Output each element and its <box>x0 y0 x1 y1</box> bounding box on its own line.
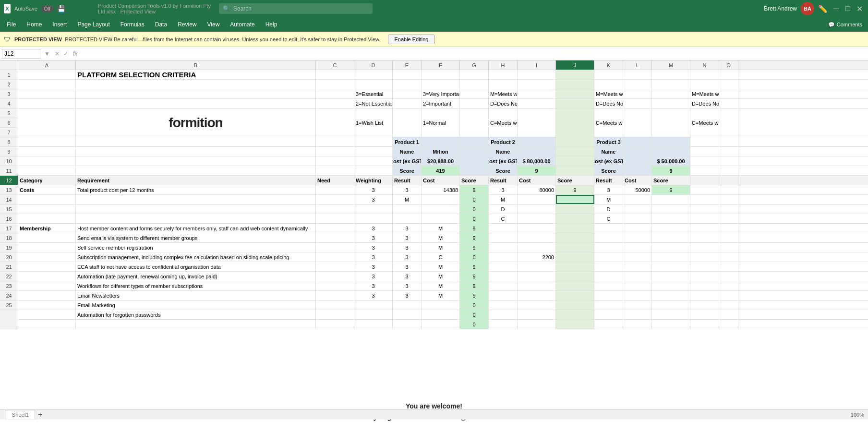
cell-F12[interactable] <box>422 195 460 204</box>
cell-G5[interactable] <box>460 108 489 137</box>
cell-L12[interactable] <box>623 195 652 204</box>
cell-J19[interactable] <box>556 262 594 271</box>
cell-K16[interactable] <box>594 233 623 242</box>
cell-F23[interactable] <box>422 300 460 310</box>
cell-L18[interactable] <box>623 252 652 262</box>
cell-G24[interactable]: 0 <box>460 310 489 319</box>
cell-O5[interactable] <box>719 108 738 137</box>
cell-E2[interactable] <box>393 80 422 89</box>
cell-C17[interactable] <box>316 243 354 252</box>
row-num-17[interactable]: 17 <box>0 224 18 233</box>
cell-H19[interactable] <box>489 262 518 271</box>
cell-C15[interactable] <box>316 224 354 233</box>
cell-N6[interactable] <box>690 137 719 146</box>
col-header-M[interactable]: M <box>652 60 690 70</box>
cell-M24[interactable] <box>652 310 690 319</box>
col-header-I[interactable]: I <box>518 60 556 70</box>
cell-A5[interactable] <box>18 108 76 137</box>
cell-E21[interactable]: 3 <box>393 281 422 290</box>
cell-F8[interactable]: $20,988.00 <box>422 156 460 166</box>
cell-K19[interactable] <box>594 262 623 271</box>
cell-D2[interactable] <box>354 80 393 89</box>
cell-C6[interactable] <box>316 137 354 146</box>
cell-G22[interactable]: 9 <box>460 291 489 300</box>
cell-J11[interactable]: 9 <box>556 185 594 194</box>
menu-view[interactable]: View <box>203 19 225 30</box>
autosave-toggle[interactable]: Off <box>41 5 53 12</box>
cell-H11[interactable]: 3 <box>489 185 518 194</box>
cell-B19[interactable]: ECA staff to not have access to confiden… <box>76 262 316 271</box>
add-sheet-button[interactable]: + <box>36 410 44 419</box>
cell-D12[interactable]: 3 <box>354 195 393 204</box>
col-header-F[interactable]: F <box>422 60 460 70</box>
cell-F11[interactable]: 14388 <box>422 185 460 194</box>
cell-A23[interactable] <box>18 300 76 310</box>
cell-C25[interactable] <box>316 320 354 329</box>
cell-N8[interactable] <box>690 156 719 166</box>
edit-icon[interactable]: ✏️ <box>818 4 828 13</box>
cell-F25[interactable] <box>422 320 460 329</box>
cell-A22[interactable] <box>18 291 76 300</box>
cell-L23[interactable] <box>623 300 652 310</box>
cell-K1[interactable] <box>594 70 623 79</box>
row-num-24[interactable]: 24 <box>0 291 18 300</box>
cell-M9[interactable]: 9 <box>652 166 690 175</box>
cell-J14[interactable] <box>556 214 594 223</box>
cell-D16[interactable]: 3 <box>354 233 393 242</box>
cell-F3[interactable]: 3=Very Important <box>422 89 460 98</box>
cell-E14[interactable] <box>393 214 422 223</box>
cell-F24[interactable] <box>422 310 460 319</box>
cell-M16[interactable] <box>652 233 690 242</box>
cell-J3[interactable] <box>556 89 594 98</box>
cell-N16[interactable] <box>690 233 719 242</box>
cell-F1[interactable] <box>422 70 460 79</box>
cell-E7[interactable]: Name <box>393 147 422 156</box>
cell-E18[interactable]: 3 <box>393 252 422 262</box>
cell-O11[interactable] <box>719 185 738 194</box>
cell-I2[interactable] <box>518 80 556 89</box>
cell-B11[interactable]: Total product cost per 12 months <box>76 185 316 194</box>
col-header-J[interactable]: J <box>556 60 594 70</box>
cell-A2[interactable] <box>18 80 76 89</box>
cell-C18[interactable] <box>316 252 354 262</box>
cell-C14[interactable] <box>316 214 354 223</box>
cell-E20[interactable]: 3 <box>393 272 422 281</box>
cell-M10[interactable]: Score <box>652 176 690 185</box>
cell-O22[interactable] <box>719 291 738 300</box>
cell-I1[interactable] <box>518 70 556 79</box>
cell-M8[interactable]: $ 50,000.00 <box>652 156 690 166</box>
cell-E23[interactable] <box>393 300 422 310</box>
cell-M23[interactable] <box>652 300 690 310</box>
cell-H10[interactable]: Result <box>489 176 518 185</box>
cell-A13[interactable] <box>18 204 76 214</box>
cell-E8[interactable]: Cost (ex GST) <box>393 156 422 166</box>
cell-B20[interactable]: Automation (late payment, renewal coming… <box>76 272 316 281</box>
cell-C22[interactable] <box>316 291 354 300</box>
cell-L17[interactable] <box>623 243 652 252</box>
cell-J4[interactable] <box>556 99 594 108</box>
cell-F2[interactable] <box>422 80 460 89</box>
cell-E11[interactable]: 3 <box>393 185 422 194</box>
cell-C23[interactable] <box>316 300 354 310</box>
cell-K9[interactable]: Score <box>594 166 623 175</box>
cell-H5[interactable]: C=Meets with customisation <box>489 108 518 137</box>
cell-F7[interactable]: Mition <box>422 147 460 156</box>
cell-G12[interactable]: 0 <box>460 195 489 204</box>
cell-O21[interactable] <box>719 281 738 290</box>
cell-K23[interactable] <box>594 300 623 310</box>
cell-G16[interactable]: 9 <box>460 233 489 242</box>
cell-M14[interactable] <box>652 214 690 223</box>
cell-C20[interactable] <box>316 272 354 281</box>
cell-G4[interactable] <box>460 99 489 108</box>
cell-H14[interactable]: C <box>489 214 518 223</box>
cell-F17[interactable]: M <box>422 243 460 252</box>
minimize-btn[interactable]: ─ <box>832 4 841 13</box>
cell-H23[interactable] <box>489 300 518 310</box>
cell-J2[interactable] <box>556 80 594 89</box>
cell-E17[interactable]: 3 <box>393 243 422 252</box>
cell-K4[interactable]: D=Does Not Meet <box>594 99 623 108</box>
cell-B15[interactable]: Host member content and forms securely f… <box>76 224 316 233</box>
cell-D11[interactable]: 3 <box>354 185 393 194</box>
cell-J12[interactable] <box>556 195 594 204</box>
row-num-16[interactable]: 16 <box>0 214 18 224</box>
